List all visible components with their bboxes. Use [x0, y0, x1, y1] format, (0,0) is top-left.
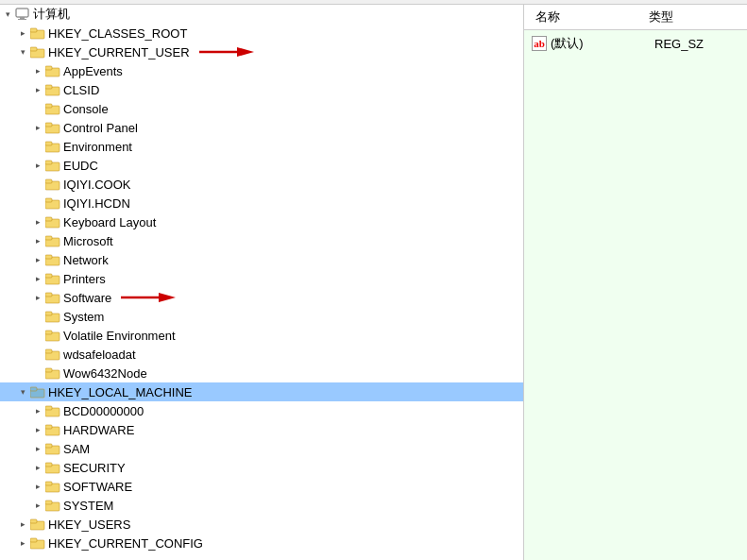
- folder-icon-wdsafeloadat: [45, 348, 60, 361]
- tree-item-hkey_classes_root[interactable]: ▸ HKEY_CLASSES_ROOT: [0, 24, 523, 42]
- folder-icon-microsoft: [45, 234, 60, 247]
- expander-control_panel[interactable]: ▸: [30, 120, 45, 135]
- expander-computer[interactable]: ▾: [0, 7, 15, 22]
- svg-rect-4: [30, 28, 37, 32]
- expander-system2[interactable]: ▸: [30, 498, 45, 513]
- tree-item-clsid[interactable]: ▸ CLSID: [0, 80, 523, 99]
- folder-icon-hkey_local_machine: [30, 385, 45, 399]
- tree-item-hardware[interactable]: ▸ HARDWARE: [0, 420, 523, 439]
- tree-label-microsoft: Microsoft: [63, 234, 113, 248]
- tree-label-computer: 计算机: [33, 6, 70, 23]
- svg-rect-30: [45, 255, 52, 259]
- tree-label-bcd: BCD00000000: [63, 404, 144, 418]
- folder-icon-control_panel: [45, 121, 60, 134]
- tree-item-system[interactable]: System: [0, 307, 523, 326]
- expander-software[interactable]: ▸: [30, 290, 45, 305]
- tree-item-hkey_current_user[interactable]: ▾ HKEY_CURRENT_USER: [0, 42, 523, 61]
- expander-software2[interactable]: ▸: [30, 479, 45, 494]
- tree-item-hkey_current_config[interactable]: ▸ HKEY_CURRENT_CONFIG: [0, 534, 523, 552]
- tree-item-security[interactable]: ▸ SECURITY: [0, 458, 523, 477]
- tree-label-hkey_local_machine: HKEY_LOCAL_MACHINE: [48, 385, 192, 399]
- expander-console[interactable]: [30, 101, 45, 116]
- tree-item-keyboard_layout[interactable]: ▸ Keyboard Layout: [0, 212, 523, 231]
- expander-hkey_classes_root[interactable]: ▸: [15, 25, 30, 41]
- tree-item-microsoft[interactable]: ▸ Microsoft: [0, 231, 523, 250]
- svg-rect-16: [45, 123, 52, 127]
- reg-name: (默认): [551, 35, 654, 52]
- expander-hardware[interactable]: ▸: [30, 422, 45, 437]
- svg-rect-2: [18, 19, 26, 20]
- tree-item-wow6432node[interactable]: Wow6432Node: [0, 364, 523, 382]
- svg-rect-10: [45, 66, 52, 70]
- folder-icon-bcd: [45, 404, 60, 417]
- folder-icon-eudc: [45, 159, 60, 172]
- folder-icon-sam: [45, 442, 60, 455]
- tree-item-computer[interactable]: ▾ 计算机: [0, 5, 523, 24]
- svg-rect-38: [45, 312, 52, 315]
- expander-hkey_current_user[interactable]: ▾: [15, 44, 30, 59]
- svg-rect-14: [45, 104, 52, 108]
- tree-item-eudc[interactable]: ▸ EUDC: [0, 156, 523, 175]
- expander-hkey_users[interactable]: ▸: [15, 517, 30, 532]
- reg-icon: ab: [532, 36, 547, 51]
- tree-label-volatile_env: Volatile Environment: [63, 329, 176, 343]
- expander-wow6432node[interactable]: [30, 365, 45, 381]
- folder-icon-environment: [45, 140, 60, 153]
- tree-item-volatile_env[interactable]: Volatile Environment: [0, 326, 523, 345]
- tree-item-control_panel[interactable]: ▸ Control Panel: [0, 118, 523, 137]
- folder-icon-hkey_users: [30, 518, 45, 531]
- tree-item-bcd[interactable]: ▸ BCD00000000: [0, 401, 523, 420]
- tree-item-hkey_local_machine[interactable]: ▾ HKEY_LOCAL_MACHINE: [0, 382, 523, 401]
- svg-rect-62: [30, 538, 37, 542]
- reg-type: REG_SZ: [654, 37, 704, 51]
- folder-icon-iqiyi_cook: [45, 178, 60, 191]
- expander-eudc[interactable]: ▸: [30, 158, 45, 173]
- header-type: 类型: [641, 7, 681, 27]
- expander-environment[interactable]: [30, 139, 45, 154]
- expander-bcd[interactable]: ▸: [30, 403, 45, 418]
- tree-panel[interactable]: ▾ 计算机▸ HKEY_CLASSES_ROOT▾ HKEY_CURRENT_U…: [0, 5, 524, 560]
- tree-item-environment[interactable]: Environment: [0, 137, 523, 156]
- expander-appevents[interactable]: ▸: [30, 63, 45, 78]
- tree-item-wdsafeloadat[interactable]: wdsafeloadat: [0, 345, 523, 364]
- reg-row[interactable]: ab(默认)REG_SZ: [528, 34, 743, 53]
- tree-item-software2[interactable]: ▸ SOFTWARE: [0, 477, 523, 496]
- svg-rect-44: [45, 368, 52, 372]
- expander-clsid[interactable]: ▸: [30, 82, 45, 97]
- expander-hkey_local_machine[interactable]: ▾: [15, 384, 30, 399]
- tree-item-iqiyi_hcdn[interactable]: IQIYI.HCDN: [0, 194, 523, 212]
- tree-label-console: Console: [63, 102, 109, 116]
- svg-rect-6: [30, 47, 37, 51]
- tree-item-appevents[interactable]: ▸ AppEvents: [0, 61, 523, 80]
- expander-network[interactable]: ▸: [30, 252, 45, 267]
- tree-item-iqiyi_cook[interactable]: IQIYI.COOK: [0, 175, 523, 194]
- tree-item-printers[interactable]: ▸ Printers: [0, 269, 523, 288]
- tree-item-sam[interactable]: ▸ SAM: [0, 439, 523, 458]
- tree-item-system2[interactable]: ▸ SYSTEM: [0, 496, 523, 515]
- expander-keyboard_layout[interactable]: ▸: [30, 214, 45, 229]
- folder-icon-hkey_classes_root: [30, 26, 45, 40]
- svg-rect-28: [45, 236, 52, 240]
- tree-label-hardware: HARDWARE: [63, 423, 134, 437]
- tree-label-iqiyi_hcdn: IQIYI.HCDN: [63, 196, 130, 211]
- tree-item-console[interactable]: Console: [0, 99, 523, 118]
- expander-hkey_current_config[interactable]: ▸: [15, 535, 30, 551]
- expander-system[interactable]: [30, 309, 45, 324]
- svg-marker-8: [237, 47, 254, 57]
- svg-rect-56: [45, 482, 52, 485]
- expander-volatile_env[interactable]: [30, 328, 45, 343]
- folder-icon-security: [45, 461, 60, 474]
- tree-item-software[interactable]: ▸ Software: [0, 288, 523, 307]
- expander-iqiyi_hcdn[interactable]: [30, 195, 45, 211]
- expander-microsoft[interactable]: ▸: [30, 233, 45, 248]
- arrow-indicator-hkey-current-user: [199, 44, 256, 59]
- tree-item-hkey_users[interactable]: ▸ HKEY_USERS: [0, 515, 523, 534]
- tree-label-control_panel: Control Panel: [63, 121, 138, 135]
- expander-security[interactable]: ▸: [30, 460, 45, 475]
- tree-item-network[interactable]: ▸ Network: [0, 250, 523, 269]
- expander-sam[interactable]: ▸: [30, 441, 45, 456]
- tree-label-system2: SYSTEM: [63, 499, 113, 513]
- expander-printers[interactable]: ▸: [30, 271, 45, 286]
- expander-iqiyi_cook[interactable]: [30, 177, 45, 192]
- expander-wdsafeloadat[interactable]: [30, 347, 45, 362]
